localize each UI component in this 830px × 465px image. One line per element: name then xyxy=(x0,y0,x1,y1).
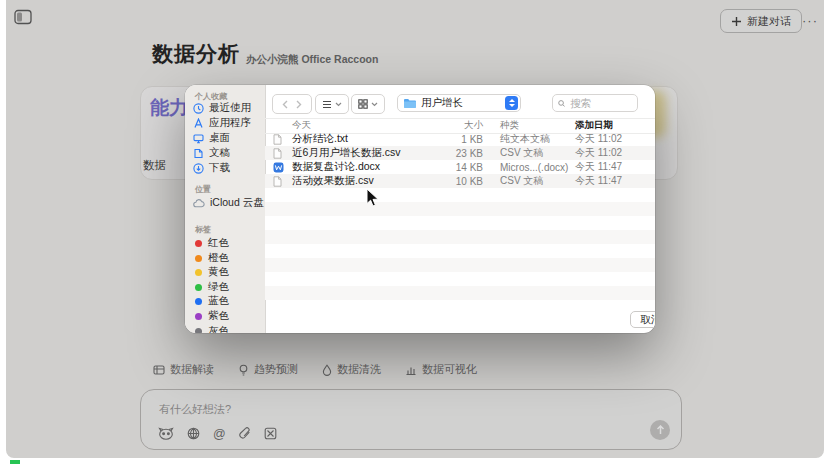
csv-file-icon xyxy=(273,174,282,188)
tag-orange[interactable]: 橙色 xyxy=(195,251,229,265)
current-folder-label: 用户增长 xyxy=(421,96,500,110)
sidebar-item-label: iCloud 云盘 xyxy=(210,196,264,210)
list-view-icon xyxy=(322,100,332,109)
sidebar-item-applications[interactable]: 应用程序 xyxy=(193,116,251,130)
nav-buttons xyxy=(272,94,312,114)
search-field[interactable] xyxy=(552,94,638,112)
file-row[interactable]: 活动效果数据.csv 10 KB CSV 文稿 今天 11:47 xyxy=(265,174,655,188)
grid-icon xyxy=(358,99,368,109)
csv-file-icon xyxy=(273,146,282,160)
cancel-button[interactable]: 取消 xyxy=(630,311,655,328)
tag-label: 蓝色 xyxy=(208,294,229,308)
tag-label: 黄色 xyxy=(208,265,229,279)
sidebar-item-icloud[interactable]: iCloud 云盘 xyxy=(193,196,264,210)
tag-label: 灰色 xyxy=(208,324,229,333)
column-header-today[interactable]: 今天 xyxy=(292,119,311,132)
sidebar-item-recents[interactable]: 最近使用 xyxy=(193,101,251,115)
sidebar-item-label: 文稿 xyxy=(209,146,230,160)
folder-stepper-control[interactable] xyxy=(505,96,518,110)
search-input[interactable] xyxy=(568,96,632,110)
file-kind: CSV 文稿 xyxy=(500,174,543,188)
file-name: 活动效果数据.csv xyxy=(292,174,374,188)
taskbar-indicator xyxy=(10,460,20,464)
tag-label: 红色 xyxy=(208,236,229,250)
current-folder-dropdown[interactable]: 用户增长 xyxy=(397,94,521,112)
cloud-icon xyxy=(193,199,205,208)
column-header-kind[interactable]: 种类 xyxy=(500,119,519,132)
sidebar-item-label: 应用程序 xyxy=(209,116,251,130)
tag-blue[interactable]: 蓝色 xyxy=(195,294,229,308)
file-date-added: 今天 11:02 xyxy=(575,132,622,146)
file-row[interactable]: 近6月用户增长数据.csv 23 KB CSV 文稿 今天 11:02 xyxy=(265,146,655,160)
column-header-size[interactable]: 大小 xyxy=(415,119,483,132)
file-name: 分析结论.txt xyxy=(292,132,348,146)
file-row[interactable]: 分析结论.txt 1 KB 纯文本文稿 今天 11:02 xyxy=(265,132,655,146)
file-date-added: 今天 11:02 xyxy=(575,146,622,160)
tag-dot xyxy=(195,298,202,305)
sidebar-item-documents[interactable]: 文稿 xyxy=(193,146,230,160)
file-name: 数据复盘讨论.docx xyxy=(292,160,380,174)
file-size: 1 KB xyxy=(415,132,483,146)
download-icon xyxy=(193,163,204,174)
dialog-main: 用户增长 今天 大小 种类 添加日期 分析结论.txt 1 KB 纯文本文稿 今… xyxy=(265,85,655,333)
search-icon xyxy=(558,99,565,108)
file-kind: Micros...(.docx) xyxy=(500,160,568,174)
tag-red[interactable]: 红色 xyxy=(195,236,229,250)
chevron-down-icon xyxy=(371,102,378,107)
file-kind: CSV 文稿 xyxy=(500,146,543,160)
tag-dot xyxy=(195,284,202,291)
screen: 新建对话 ··· 数据分析 办公小浣熊 Office Raccoon 能力 数据… xyxy=(0,0,830,465)
empty-list-area xyxy=(265,188,655,300)
tag-purple[interactable]: 紫色 xyxy=(195,309,229,323)
text-file-icon xyxy=(273,132,282,146)
tag-green[interactable]: 绿色 xyxy=(195,280,229,294)
tags-header: 标签 xyxy=(195,224,211,235)
tag-label: 紫色 xyxy=(208,309,229,323)
chevron-down-icon xyxy=(335,102,342,107)
file-name: 近6月用户增长数据.csv xyxy=(292,146,401,160)
file-row[interactable]: 数据复盘讨论.docx 14 KB Micros...(.docx) 今天 11… xyxy=(265,160,655,174)
view-mode-dropdown[interactable] xyxy=(315,94,349,114)
tag-yellow[interactable]: 黄色 xyxy=(195,265,229,279)
group-by-dropdown[interactable] xyxy=(351,94,385,114)
word-file-icon xyxy=(273,160,284,174)
desktop-icon xyxy=(193,133,204,144)
folder-icon xyxy=(403,98,416,109)
file-date-added: 今天 11:47 xyxy=(575,160,622,174)
applications-icon xyxy=(193,118,204,129)
file-open-dialog: 个人收藏 最近使用 应用程序 桌面 文稿 下载 位置 xyxy=(185,85,655,333)
tag-dot xyxy=(195,269,202,276)
chevron-up-icon xyxy=(509,99,515,102)
tag-label: 橙色 xyxy=(208,251,229,265)
file-size: 23 KB xyxy=(415,146,483,160)
tag-dot xyxy=(195,328,202,334)
tag-gray[interactable]: 灰色 xyxy=(195,324,229,333)
chevron-down-icon xyxy=(509,104,515,107)
cancel-label: 取消 xyxy=(641,313,656,327)
file-size: 14 KB xyxy=(415,160,483,174)
sidebar-item-downloads[interactable]: 下载 xyxy=(193,161,230,175)
clock-icon xyxy=(193,103,204,114)
file-kind: 纯文本文稿 xyxy=(500,132,550,146)
sidebar-item-label: 最近使用 xyxy=(209,101,251,115)
column-header-date-added[interactable]: 添加日期 xyxy=(575,119,613,132)
dialog-sidebar: 个人收藏 最近使用 应用程序 桌面 文稿 下载 位置 xyxy=(185,85,266,333)
tag-dot xyxy=(195,313,202,320)
forward-button[interactable] xyxy=(296,100,302,109)
tag-dot xyxy=(195,240,202,247)
file-date-added: 今天 11:47 xyxy=(575,174,622,188)
file-size: 10 KB xyxy=(415,174,483,188)
tag-label: 绿色 xyxy=(208,280,229,294)
sidebar-item-label: 下载 xyxy=(209,161,230,175)
document-icon xyxy=(193,148,204,159)
mouse-cursor xyxy=(366,188,380,208)
tag-dot xyxy=(195,255,202,262)
sidebar-item-desktop[interactable]: 桌面 xyxy=(193,131,230,145)
back-button[interactable] xyxy=(282,100,288,109)
sidebar-item-label: 桌面 xyxy=(209,131,230,145)
locations-header: 位置 xyxy=(195,184,211,195)
